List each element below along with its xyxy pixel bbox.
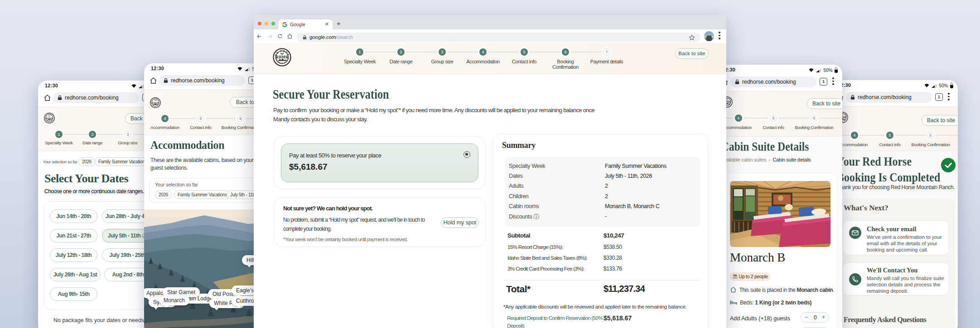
svg-text:RHMR: RHMR [152, 102, 159, 104]
svg-text:RHMR: RHMR [46, 117, 53, 119]
svg-text:RHMR: RHMR [275, 55, 289, 59]
